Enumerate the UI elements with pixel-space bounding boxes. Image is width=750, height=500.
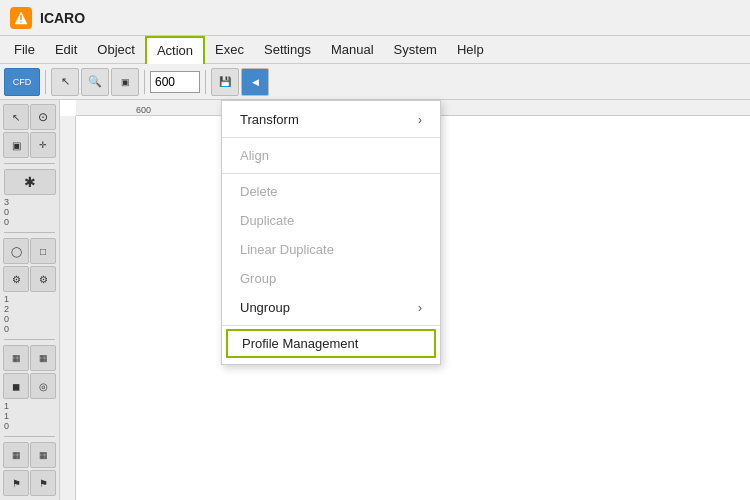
sidebar-sep-1 — [4, 163, 55, 164]
menu-edit[interactable]: Edit — [45, 36, 87, 64]
sidebar-select-btn[interactable]: ▣ — [3, 132, 29, 158]
transform-submenu-arrow: › — [418, 113, 422, 127]
sidebar-gear1-btn[interactable]: ⚙ — [3, 266, 29, 292]
dropdown-linear-duplicate: Linear Duplicate — [222, 235, 440, 264]
sidebar-star-btn[interactable]: ✱ — [4, 169, 56, 195]
sidebar-grid1-btn[interactable]: ▦ — [3, 345, 29, 371]
menu-exec[interactable]: Exec — [205, 36, 254, 64]
menu-settings[interactable]: Settings — [254, 36, 321, 64]
menu-help[interactable]: Help — [447, 36, 494, 64]
toolbar-cfd-btn[interactable]: CFD — [4, 68, 40, 96]
sidebar-circle-btn[interactable]: ◯ — [3, 238, 29, 264]
app-title-text: ICARO — [40, 10, 85, 26]
sidebar-numbers: 300 — [2, 197, 57, 227]
dropdown-ungroup[interactable]: Ungroup › — [222, 293, 440, 322]
sidebar-cursor-btn[interactable]: ↖ — [3, 104, 29, 130]
sidebar-row-9: ⚑ ⚑ — [2, 470, 57, 496]
toolbar-save-btn[interactable]: 💾 — [211, 68, 239, 96]
sidebar-row-4: ◯ □ — [2, 238, 57, 264]
sidebar-sep-3 — [4, 339, 55, 340]
sidebar-sep-2 — [4, 232, 55, 233]
toolbar-sep-2 — [144, 70, 145, 94]
sidebar-move-btn[interactable]: ✛ — [30, 132, 56, 158]
sidebar-eye-btn[interactable]: ⊙ — [30, 104, 56, 130]
menu-object[interactable]: Object — [87, 36, 145, 64]
sidebar-numbers-2: 1200 — [2, 294, 57, 334]
sidebar-flag1-btn[interactable]: ⚑ — [3, 470, 29, 496]
menu-bar: File Edit Object Action Exec Settings Ma… — [0, 36, 750, 64]
toolbar-cursor-btn[interactable]: ↖ — [51, 68, 79, 96]
sidebar-num-label-3: 110 — [2, 401, 57, 431]
title-bar: ICARO — [0, 0, 750, 36]
sidebar-numbers-3: 110 — [2, 401, 57, 431]
svg-point-2 — [20, 21, 22, 23]
dropdown-group: Group — [222, 264, 440, 293]
toolbar-search-btn[interactable]: 🔍 — [81, 68, 109, 96]
dropdown-profile-management[interactable]: Profile Management — [226, 329, 436, 358]
sidebar-row-1: ↖ ⊙ — [2, 104, 57, 130]
sidebar-outline-btn[interactable]: ◎ — [30, 373, 56, 399]
ungroup-submenu-arrow: › — [418, 301, 422, 315]
menu-file[interactable]: File — [4, 36, 45, 64]
menu-manual[interactable]: Manual — [321, 36, 384, 64]
sidebar-solid-btn[interactable]: ◼ — [3, 373, 29, 399]
ruler-left — [60, 116, 76, 500]
sidebar-rect-btn[interactable]: □ — [30, 238, 56, 264]
menu-system[interactable]: System — [384, 36, 447, 64]
sidebar-grid3-btn[interactable]: ▦ — [3, 442, 29, 468]
toolbar-sep-3 — [205, 70, 206, 94]
toolbar-sep-1 — [45, 70, 46, 94]
sidebar-num-label-2: 1200 — [2, 294, 57, 334]
dropdown-align: Align — [222, 141, 440, 170]
toolbar-color-btn[interactable]: ◀ — [241, 68, 269, 96]
dropdown-delete: Delete — [222, 177, 440, 206]
sidebar-row-5: ⚙ ⚙ — [2, 266, 57, 292]
sidebar-row-8: ▦ ▦ — [2, 442, 57, 468]
toolbar: CFD ↖ 🔍 ▣ 💾 ◀ — [0, 64, 750, 100]
dropdown-sep-1 — [222, 137, 440, 138]
app-logo — [10, 7, 32, 29]
left-sidebar: ↖ ⊙ ▣ ✛ ✱ 300 ◯ □ ⚙ ⚙ 1200 — [0, 100, 60, 500]
sidebar-gear2-btn[interactable]: ⚙ — [30, 266, 56, 292]
sidebar-row-7: ◼ ◎ — [2, 373, 57, 399]
sidebar-grid4-btn[interactable]: ▦ — [30, 442, 56, 468]
toolbar-select-btn[interactable]: ▣ — [111, 68, 139, 96]
dropdown-menu: Transform › Align Delete Duplicate Linea… — [221, 100, 441, 365]
ruler-mark-600: 600 — [136, 105, 151, 115]
dropdown-duplicate: Duplicate — [222, 206, 440, 235]
toolbar-coord-input[interactable] — [150, 71, 200, 93]
sidebar-sep-4 — [4, 436, 55, 437]
menu-action[interactable]: Action — [145, 36, 205, 64]
dropdown-transform[interactable]: Transform › — [222, 105, 440, 134]
sidebar-grid2-btn[interactable]: ▦ — [30, 345, 56, 371]
sidebar-row-2: ▣ ✛ — [2, 132, 57, 158]
sidebar-row-6: ▦ ▦ — [2, 345, 57, 371]
sidebar-num-label: 300 — [2, 197, 57, 227]
dropdown-sep-2 — [222, 173, 440, 174]
dropdown-sep-3 — [222, 325, 440, 326]
sidebar-row-3: ✱ — [2, 169, 57, 195]
sidebar-flag2-btn[interactable]: ⚑ — [30, 470, 56, 496]
